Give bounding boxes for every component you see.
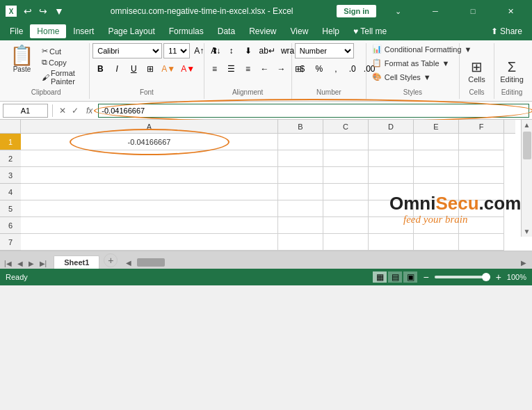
cell-reference-box[interactable] bbox=[3, 104, 48, 118]
format-painter-button[interactable]: 🖌 Format Painter bbox=[40, 68, 86, 86]
scroll-left-button[interactable]: ◀ bbox=[123, 259, 134, 267]
col-header-E[interactable]: E bbox=[414, 120, 459, 134]
align-top-button[interactable]: ⬆ bbox=[207, 43, 223, 58]
paste-button[interactable]: 📋 Paste bbox=[6, 43, 38, 76]
row-header-3[interactable]: 3 bbox=[0, 167, 21, 184]
editing-button[interactable]: Σ Editing bbox=[496, 54, 528, 89]
cell-C3[interactable] bbox=[323, 167, 369, 184]
cell-F4[interactable] bbox=[459, 184, 504, 200]
scroll-up-button[interactable]: ▲ bbox=[522, 120, 532, 130]
redo-button[interactable]: ↪ bbox=[36, 4, 50, 18]
menu-page-layout[interactable]: Page Layout bbox=[101, 24, 161, 38]
cells-button[interactable]: ⊞ Cells bbox=[464, 53, 489, 89]
menu-formulas[interactable]: Formulas bbox=[162, 24, 211, 38]
scroll-right-button[interactable]: ▶ bbox=[518, 259, 529, 267]
copy-button[interactable]: ⧉ Copy bbox=[40, 57, 86, 68]
cell-C6[interactable] bbox=[323, 217, 369, 234]
zoom-plus-icon[interactable]: + bbox=[496, 271, 501, 283]
close-button[interactable]: ✕ bbox=[494, 0, 526, 22]
sheet-nav-prev[interactable]: ◀ bbox=[16, 258, 24, 269]
cell-F7[interactable] bbox=[459, 234, 504, 251]
col-header-A[interactable]: A bbox=[21, 120, 278, 134]
cell-B6[interactable] bbox=[278, 217, 323, 234]
row-header-2[interactable]: 2 bbox=[0, 150, 21, 167]
increase-indent-button[interactable]: → bbox=[274, 61, 289, 77]
sheet-nav-last[interactable]: ▶| bbox=[38, 258, 49, 269]
cell-F2[interactable] bbox=[459, 150, 504, 167]
cell-E5[interactable] bbox=[414, 200, 459, 217]
undo-button[interactable]: ↩ bbox=[21, 4, 35, 18]
col-header-C[interactable]: C bbox=[323, 120, 369, 134]
menu-data[interactable]: Data bbox=[211, 24, 242, 38]
cell-D7[interactable] bbox=[369, 234, 414, 251]
align-left-button[interactable]: ≡ bbox=[207, 61, 223, 77]
format-as-table-button[interactable]: 📋 Format as Table ▼ bbox=[369, 57, 453, 69]
menu-share[interactable]: ⬆ Share bbox=[484, 24, 529, 38]
cell-D1[interactable] bbox=[369, 134, 414, 150]
align-middle-button[interactable]: ↕ bbox=[224, 43, 239, 58]
cell-C7[interactable] bbox=[323, 234, 369, 251]
col-header-B[interactable]: B bbox=[278, 120, 323, 134]
minimize-button[interactable]: ─ bbox=[419, 0, 451, 22]
number-format-select[interactable]: Number bbox=[295, 43, 354, 58]
new-sheet-button[interactable]: + bbox=[104, 253, 118, 267]
scroll-thumb[interactable] bbox=[523, 132, 531, 159]
align-center-button[interactable]: ☰ bbox=[224, 61, 239, 77]
menu-help[interactable]: Help bbox=[315, 24, 346, 38]
cell-E7[interactable] bbox=[414, 234, 459, 251]
row-header-5[interactable]: 5 bbox=[0, 200, 21, 217]
cell-C1[interactable] bbox=[323, 134, 369, 150]
cell-D3[interactable] bbox=[369, 167, 414, 184]
sheet-nav-next[interactable]: ▶ bbox=[27, 258, 35, 269]
cell-A5[interactable] bbox=[21, 200, 278, 217]
decrease-indent-button[interactable]: ← bbox=[257, 61, 273, 77]
underline-button[interactable]: U bbox=[126, 61, 141, 77]
cell-C5[interactable] bbox=[323, 200, 369, 217]
cell-E6[interactable] bbox=[414, 217, 459, 234]
sheet-tab-sheet1[interactable]: Sheet1 bbox=[54, 255, 99, 269]
cell-F6[interactable] bbox=[459, 217, 504, 234]
page-break-view-button[interactable]: ▣ bbox=[403, 271, 417, 283]
sign-in-button[interactable]: Sign in bbox=[337, 5, 376, 17]
cell-B1[interactable] bbox=[278, 134, 323, 150]
menu-insert[interactable]: Insert bbox=[66, 24, 101, 38]
cell-A7[interactable] bbox=[21, 234, 278, 251]
col-header-F[interactable]: F bbox=[459, 120, 504, 134]
align-bottom-button[interactable]: ⬇ bbox=[241, 43, 256, 58]
menu-tell-me[interactable]: ♥ Tell me bbox=[346, 24, 394, 38]
italic-button[interactable]: I bbox=[109, 61, 124, 77]
cell-F1[interactable] bbox=[459, 134, 504, 150]
cell-B7[interactable] bbox=[278, 234, 323, 251]
zoom-minus-icon[interactable]: − bbox=[423, 271, 428, 283]
h-scroll-thumb[interactable] bbox=[137, 258, 165, 267]
confirm-formula-button[interactable]: ✓ bbox=[70, 106, 81, 116]
menu-view[interactable]: View bbox=[284, 24, 316, 38]
cell-B2[interactable] bbox=[278, 150, 323, 167]
quick-access-more[interactable]: ▼ bbox=[51, 4, 67, 18]
cell-C4[interactable] bbox=[323, 184, 369, 200]
row-header-4[interactable]: 4 bbox=[0, 184, 21, 200]
menu-review[interactable]: Review bbox=[242, 24, 283, 38]
cell-F5[interactable] bbox=[459, 200, 504, 217]
decrease-decimal-button[interactable]: .0 bbox=[345, 61, 360, 77]
percent-button[interactable]: % bbox=[312, 61, 327, 77]
cancel-formula-button[interactable]: ✕ bbox=[57, 106, 68, 116]
font-size-select[interactable]: 11 bbox=[163, 43, 190, 58]
cell-A4[interactable] bbox=[21, 184, 278, 200]
align-right-button[interactable]: ≡ bbox=[241, 61, 256, 77]
cell-A6[interactable] bbox=[21, 217, 278, 234]
row-header-6[interactable]: 6 bbox=[0, 217, 21, 234]
page-layout-view-button[interactable]: ▤ bbox=[388, 271, 402, 283]
fill-color-button[interactable]: A▼ bbox=[159, 61, 177, 77]
scroll-down-button[interactable]: ▼ bbox=[522, 226, 532, 237]
cell-A3[interactable] bbox=[21, 167, 278, 184]
cell-E3[interactable] bbox=[414, 167, 459, 184]
formula-input[interactable] bbox=[98, 104, 529, 118]
horizontal-scroll-area[interactable]: ◀ ▶ bbox=[123, 256, 529, 269]
cell-E1[interactable] bbox=[414, 134, 459, 150]
text-direction-button[interactable]: ab↵ bbox=[257, 43, 277, 58]
sheet-nav-first[interactable]: |◀ bbox=[3, 258, 13, 269]
conditional-formatting-button[interactable]: 📊 Conditional Formatting ▼ bbox=[369, 43, 475, 55]
ribbon-toggle-icon[interactable]: ⌄ bbox=[382, 0, 414, 22]
normal-view-button[interactable]: ▦ bbox=[373, 271, 387, 283]
